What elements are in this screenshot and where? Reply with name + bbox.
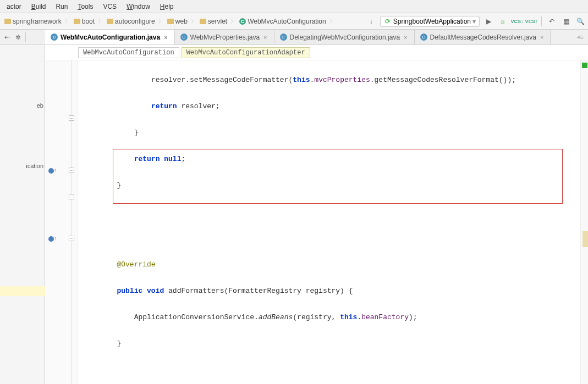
fold-handle[interactable]: − [69, 194, 74, 199]
fold-guide [72, 60, 72, 384]
analysis-ok-icon [582, 63, 587, 68]
fold-handle[interactable]: − [69, 168, 74, 173]
back-icon[interactable]: ⇠ [2, 32, 12, 42]
stripe-mark [582, 231, 588, 247]
divider [25, 32, 26, 42]
crumb-boot[interactable]: boot [72, 17, 97, 26]
toolbar: springframework 〉 boot 〉 autoconfigure 〉… [0, 13, 588, 30]
run-config-name: SpringbootWebApplication [393, 18, 471, 25]
nav-breadcrumb: WebMvcAutoConfiguration WebMvcAutoConfig… [45, 45, 588, 60]
override-arrow-icon: ↑ [54, 167, 57, 173]
editor: WebMvcAutoConfiguration WebMvcAutoConfig… [45, 45, 588, 384]
tab-label: DefaultMessageCodesResolver.java [430, 34, 536, 41]
left-tool-strip: ⇠ ✲ [0, 30, 45, 45]
close-icon[interactable]: × [403, 34, 408, 41]
sidebar-item-web[interactable]: eb [0, 100, 45, 111]
java-class-icon: C [280, 34, 287, 41]
menu-help[interactable]: Help [156, 2, 178, 12]
close-icon[interactable]: × [163, 34, 168, 41]
run-button[interactable]: ▶ [483, 16, 494, 27]
editor-body: − ↑ − − ↑ − resolver.setMessageCodeForma… [45, 60, 588, 384]
folder-icon [107, 19, 113, 24]
crumb-springframework[interactable]: springframework [2, 17, 64, 26]
folder-icon [4, 19, 11, 24]
crumb-sep: 〉 [230, 18, 236, 25]
nav-class[interactable]: WebMvcAutoConfiguration [78, 47, 179, 58]
tab-label: DelegatingWebMvcConfiguration.java [290, 34, 400, 41]
menu-window[interactable]: Window [122, 2, 155, 12]
tab-defaultmessagecodes[interactable]: C DefaultMessageCodesResolver.java × [415, 30, 551, 44]
tab-label: WebMvcProperties.java [190, 34, 260, 41]
close-icon[interactable]: × [539, 34, 545, 41]
crumb-servlet[interactable]: servlet [197, 17, 229, 26]
run-config-selector[interactable]: ⟳ SpringbootWebApplication ▾ [380, 16, 480, 27]
gear-icon[interactable]: ✲ [13, 32, 23, 42]
fold-handle[interactable]: − [69, 115, 74, 121]
breadcrumb: springframework 〉 boot 〉 autoconfigure 〉… [2, 17, 335, 26]
springboot-icon: ⟳ [384, 18, 392, 25]
java-class-icon: C [420, 34, 427, 41]
menubar: actor Build Run Tools VCS Window Help [0, 0, 588, 13]
dropdown-icon: ▾ [472, 18, 476, 25]
crumb-class[interactable]: CWebMvcAutoConfiguration [237, 17, 328, 26]
folder-icon [74, 19, 80, 24]
left-toolwindow-bar: eb ication [0, 45, 45, 384]
folder-icon [167, 19, 174, 24]
tab-label: WebMvcAutoConfiguration.java [61, 34, 160, 41]
tab-webmvcproperties[interactable]: C WebMvcProperties.java × [175, 30, 274, 44]
toolbar-right: ↓ ⟳ SpringbootWebApplication ▾ ▶ ☼ VCS↓ … [366, 16, 586, 27]
nav-inner-class[interactable]: WebMvcAutoConfigurationAdapter [182, 47, 310, 58]
close-icon[interactable]: × [262, 34, 268, 41]
fold-handle[interactable]: − [69, 236, 74, 241]
debug-button[interactable]: ☼ [497, 16, 508, 27]
menu-refactor[interactable]: actor [2, 2, 26, 12]
crumb-sep: 〉 [191, 18, 196, 25]
highlight-strip [0, 286, 45, 296]
vcs-commit-button[interactable]: VCS↑ [526, 16, 537, 27]
crumb-sep: 〉 [98, 18, 103, 25]
tabs-overflow[interactable]: ⇥≡ [571, 30, 588, 44]
gutter[interactable]: − ↑ − − ↑ − [45, 60, 78, 384]
java-class-icon: C [180, 34, 188, 41]
folder-icon [200, 19, 206, 24]
menu-build[interactable]: Build [27, 2, 51, 12]
structure-button[interactable]: ▦ [560, 16, 571, 27]
crumb-sep: 〉 [329, 18, 335, 25]
tab-webmvcautoconfiguration[interactable]: C WebMvcAutoConfiguration.java × [45, 30, 175, 44]
revert-button[interactable]: ↶ [546, 16, 557, 27]
editor-tabs: C WebMvcAutoConfiguration.java × C WebMv… [0, 30, 588, 45]
divider [541, 16, 542, 26]
sidebar-item-application[interactable]: ication [0, 160, 45, 171]
java-class-icon: C [51, 34, 58, 41]
override-arrow-icon: ↑ [54, 235, 57, 241]
search-button[interactable]: 🔍 [575, 16, 586, 27]
menu-vcs[interactable]: VCS [98, 2, 121, 12]
code-area[interactable]: resolver.setMessageCodeFormatter(this.mv… [78, 60, 580, 384]
crumb-web[interactable]: web [165, 17, 190, 26]
crumb-autoconfigure[interactable]: autoconfigure [105, 17, 157, 26]
override-icon[interactable] [48, 236, 54, 242]
tab-delegating[interactable]: C DelegatingWebMvcConfiguration.java × [274, 30, 415, 44]
vcs-update-button[interactable]: VCS↓ [512, 16, 523, 27]
menu-run[interactable]: Run [51, 2, 72, 12]
crumb-sep: 〉 [65, 18, 70, 25]
error-stripe[interactable] [580, 60, 588, 384]
main: eb ication WebMvcAutoConfiguration WebMv… [0, 45, 588, 384]
hammer-button[interactable]: ↓ [366, 16, 377, 27]
crumb-sep: 〉 [158, 18, 164, 25]
override-icon[interactable] [48, 168, 54, 174]
class-icon: C [239, 18, 246, 25]
menu-tools[interactable]: Tools [73, 2, 97, 12]
